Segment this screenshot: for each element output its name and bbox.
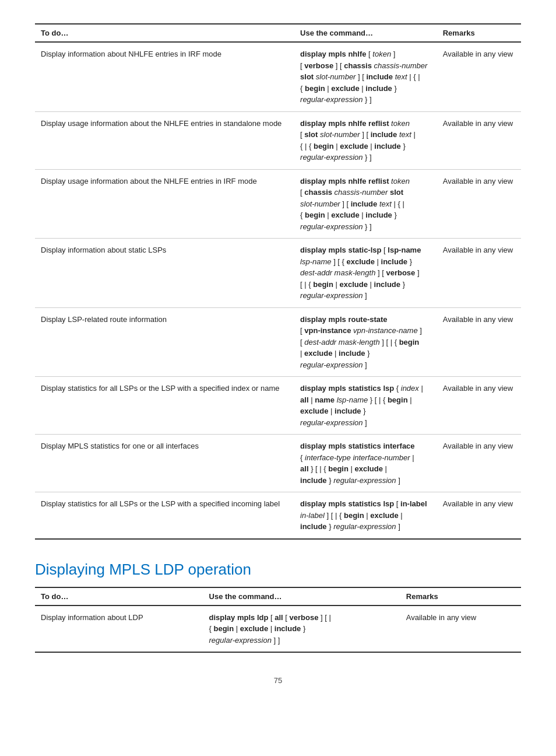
command-cell: display mpls nhlfe [ token ][ verbose ] …: [294, 42, 437, 111]
table-row: Display usage information about the NHLF…: [35, 169, 521, 239]
remarks-cell: Available in any view: [437, 307, 521, 377]
table-header-row: To do… Use the command… Remarks: [35, 24, 521, 42]
todo-cell: Display information about NHLFE entries …: [35, 42, 294, 111]
todo-cell: Display usage information about the NHLF…: [35, 169, 294, 239]
ldp-col-header-todo: To do…: [35, 587, 203, 606]
remarks-cell: Available in any view: [437, 111, 521, 169]
command-cell: display mpls statistics interface{ inter…: [294, 435, 437, 492]
section-title-ldp: Displaying MPLS LDP operation: [35, 561, 521, 579]
command-cell: display mpls nhlfe reflist token[ chassi…: [294, 169, 437, 239]
table-row: Display statistics for all LSPs or the L…: [35, 492, 521, 539]
todo-cell: Display MPLS statistics for one or all i…: [35, 435, 294, 492]
todo-cell: Display LSP-related route information: [35, 307, 294, 377]
remarks-cell: Available in any view: [437, 169, 521, 239]
table-row: Display information about NHLFE entries …: [35, 42, 521, 111]
ldp-col-header-command: Use the command…: [203, 587, 400, 606]
mpls-ldp-table: To do… Use the command… Remarks Display …: [35, 587, 521, 653]
table-row: Display usage information about the NHLF…: [35, 111, 521, 169]
remarks-cell: Available in any view: [437, 492, 521, 539]
command-cell: display mpls statistics lsp { index |all…: [294, 377, 437, 435]
todo-cell: Display statistics for all LSPs or the L…: [35, 377, 294, 435]
col-header-remarks: Remarks: [437, 24, 521, 42]
col-header-todo: To do…: [35, 24, 294, 42]
todo-cell: Display statistics for all LSPs or the L…: [35, 492, 294, 539]
table-row: Display MPLS statistics for one or all i…: [35, 435, 521, 492]
ldp-table-header-row: To do… Use the command… Remarks: [35, 587, 521, 606]
col-header-command: Use the command…: [294, 24, 437, 42]
ldp-command-cell: display mpls ldp [ all [ verbose ] [ |{ …: [203, 606, 400, 653]
todo-cell: Display information about static LSPs: [35, 239, 294, 308]
table-row: Display information about static LSPsdis…: [35, 239, 521, 308]
todo-cell: Display usage information about the NHLF…: [35, 111, 294, 169]
table-row: Display statistics for all LSPs or the L…: [35, 377, 521, 435]
remarks-cell: Available in any view: [437, 377, 521, 435]
ldp-table-row: Display information about LDPdisplay mpl…: [35, 606, 521, 653]
command-cell: display mpls nhlfe reflist token[ slot s…: [294, 111, 437, 169]
remarks-cell: Available in any view: [437, 435, 521, 492]
page-number: 75: [35, 676, 521, 685]
command-cell: display mpls statistics lsp [ in-labelin…: [294, 492, 437, 539]
ldp-remarks-cell: Available in any view: [400, 606, 521, 653]
remarks-cell: Available in any view: [437, 42, 521, 111]
ldp-todo-cell: Display information about LDP: [35, 606, 203, 653]
command-cell: display mpls static-lsp [ lsp-namelsp-na…: [294, 239, 437, 308]
mpls-display-table: To do… Use the command… Remarks Display …: [35, 23, 521, 540]
command-cell: display mpls route-state[ vpn-instance v…: [294, 307, 437, 377]
ldp-col-header-remarks: Remarks: [400, 587, 521, 606]
remarks-cell: Available in any view: [437, 239, 521, 308]
table-row: Display LSP-related route informationdis…: [35, 307, 521, 377]
